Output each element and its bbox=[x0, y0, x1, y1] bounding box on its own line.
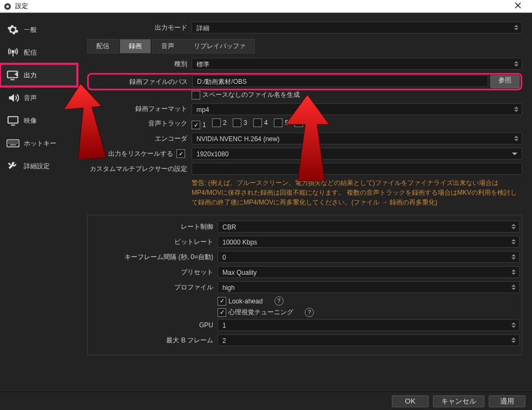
max-bframes-input[interactable]: 2 bbox=[218, 334, 520, 346]
keyboard-icon bbox=[6, 137, 19, 150]
footer: OK キャンセル 適用 bbox=[0, 392, 532, 410]
ok-button[interactable]: OK bbox=[392, 395, 429, 407]
keyframe-input[interactable]: 0 bbox=[218, 251, 520, 263]
sidebar-item-label: 音声 bbox=[24, 94, 37, 103]
sidebar-item-label: ホットキー bbox=[24, 139, 56, 148]
output-mode-select[interactable]: 詳細 bbox=[192, 22, 522, 34]
speaker-icon bbox=[6, 91, 19, 104]
rescale-checkbox[interactable] bbox=[176, 149, 185, 158]
audio-track-3[interactable]: 3 bbox=[233, 118, 247, 127]
app-icon bbox=[3, 2, 12, 11]
audio-track-1[interactable]: 1 bbox=[192, 121, 206, 129]
muxer-input[interactable] bbox=[192, 163, 522, 175]
type-label: 種別 bbox=[87, 59, 192, 69]
audio-track-2[interactable]: 2 bbox=[212, 118, 227, 127]
rate-control-label: レート制御 bbox=[90, 222, 218, 232]
browse-button[interactable]: 参照 bbox=[490, 75, 520, 88]
sidebar-item-audio[interactable]: 音声 bbox=[0, 87, 77, 109]
bitrate-label: ビットレート bbox=[90, 237, 218, 247]
recording-path-highlight: 録画ファイルのパス D:/動画素材/OBS 参照 bbox=[87, 73, 522, 90]
format-select[interactable]: mp4 bbox=[192, 103, 522, 115]
titlebar: 設定 bbox=[0, 0, 532, 13]
sidebar-item-stream[interactable]: 配信 bbox=[0, 41, 77, 64]
sidebar-item-label: 出力 bbox=[24, 71, 37, 80]
warning-text: 警告: (例えば、ブルースクリーン、電力損失などの結果として)ファイルをファイナ… bbox=[87, 178, 522, 207]
sidebar-item-output[interactable]: 出力 bbox=[0, 64, 77, 87]
main-panel: 出力モード 詳細 配信 録画 音声 リプレイバッファ 種別 bbox=[77, 13, 532, 392]
tab-audio[interactable]: 音声 bbox=[152, 39, 183, 54]
gpu-label: GPU bbox=[90, 321, 218, 329]
audio-track-5[interactable]: 5 bbox=[274, 118, 288, 127]
monitor-output-icon bbox=[6, 69, 19, 82]
sidebar-item-label: 映像 bbox=[24, 116, 37, 125]
encoder-settings-box: レート制御 CBR ビットレート 10000 Kbps キーフレーム間隔 (秒,… bbox=[87, 215, 522, 355]
antenna-icon bbox=[6, 46, 19, 59]
type-select[interactable]: 標準 bbox=[192, 58, 522, 70]
sidebar-item-label: 配信 bbox=[24, 48, 37, 57]
format-label: 録画フォーマット bbox=[87, 104, 192, 114]
max-bframes-label: 最大 B フレーム bbox=[90, 336, 218, 345]
sidebar: 一般 配信 出力 音声 bbox=[0, 13, 77, 392]
preset-label: プリセット bbox=[90, 268, 218, 277]
apply-button[interactable]: 適用 bbox=[489, 395, 526, 407]
svg-rect-7 bbox=[8, 117, 18, 123]
rescale-select[interactable]: 1920x1080 bbox=[192, 148, 522, 160]
sidebar-item-label: 一般 bbox=[24, 25, 37, 35]
tab-stream[interactable]: 配信 bbox=[87, 39, 119, 54]
gear-icon bbox=[6, 23, 19, 36]
lookahead-checkbox[interactable]: Look-ahead bbox=[218, 297, 262, 306]
encoder-select[interactable]: NVIDIA NVENC H.264 (new) bbox=[192, 133, 522, 144]
psycho-help-icon[interactable]: ? bbox=[305, 308, 314, 317]
close-button[interactable] bbox=[507, 2, 529, 10]
lookahead-help-icon[interactable]: ? bbox=[274, 296, 284, 306]
tab-replay-buffer[interactable]: リプレイバッファ bbox=[185, 39, 255, 54]
no-space-filename-checkbox[interactable]: スペースなしのファイル名を生成 bbox=[192, 90, 300, 100]
audio-track-label: 音声トラック bbox=[87, 119, 192, 128]
muxer-label: カスタムマルチプレクサーの設定 bbox=[87, 164, 192, 174]
audio-track-6[interactable]: 6 bbox=[294, 118, 309, 127]
svg-point-4 bbox=[12, 50, 14, 52]
window-title: 設定 bbox=[15, 2, 507, 11]
psycho-visual-checkbox[interactable]: 心理視覚チューニング bbox=[218, 308, 293, 317]
sidebar-item-general[interactable]: 一般 bbox=[0, 18, 77, 41]
tools-icon bbox=[6, 160, 19, 173]
rescale-label: 出力をリスケールする bbox=[108, 149, 173, 158]
recording-path-label: 録画ファイルのパス bbox=[90, 77, 192, 87]
svg-point-1 bbox=[6, 5, 9, 8]
sidebar-item-hotkeys[interactable]: ホットキー bbox=[0, 132, 77, 155]
audio-track-4[interactable]: 4 bbox=[253, 118, 268, 127]
keyframe-label: キーフレーム間隔 (秒, 0=自動) bbox=[90, 253, 218, 262]
rate-control-select[interactable]: CBR bbox=[218, 221, 520, 233]
tab-record[interactable]: 録画 bbox=[120, 39, 151, 54]
sidebar-item-video[interactable]: 映像 bbox=[0, 109, 77, 132]
monitor-icon bbox=[6, 114, 19, 127]
recording-path-input[interactable]: D:/動画素材/OBS bbox=[192, 75, 488, 87]
output-tabs: 配信 録画 音声 リプレイバッファ bbox=[87, 39, 522, 54]
bitrate-input[interactable]: 10000 Kbps bbox=[218, 236, 520, 248]
profile-label: プロファイル bbox=[90, 283, 218, 292]
profile-select[interactable]: high bbox=[218, 281, 520, 293]
encoder-label: エンコーダ bbox=[87, 134, 192, 143]
sidebar-item-advanced[interactable]: 詳細設定 bbox=[0, 155, 77, 177]
sidebar-item-label: 詳細設定 bbox=[24, 162, 50, 171]
cancel-button[interactable]: キャンセル bbox=[433, 395, 484, 407]
gpu-input[interactable]: 1 bbox=[218, 319, 520, 331]
settings-window: 設定 一般 配信 出力 bbox=[0, 0, 532, 410]
output-mode-label: 出力モード bbox=[87, 23, 192, 32]
preset-select[interactable]: Max Quality bbox=[218, 266, 520, 278]
